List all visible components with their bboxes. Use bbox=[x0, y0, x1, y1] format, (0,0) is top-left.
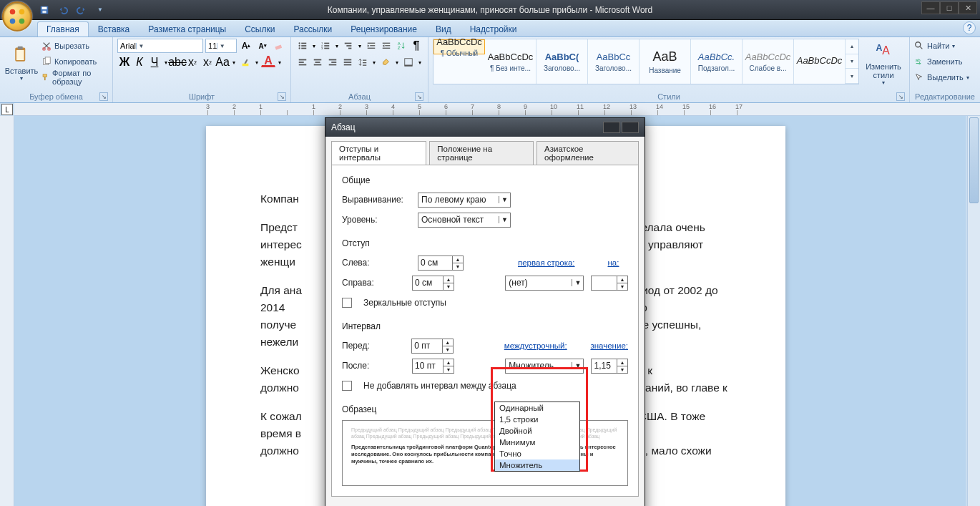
line-spacing-value-spin[interactable]: 1,15▲▼ bbox=[591, 359, 628, 374]
tab-selector-icon[interactable]: L bbox=[1, 104, 13, 115]
firstline-value-spin[interactable]: ▲▼ bbox=[591, 276, 628, 291]
numbering-drop-icon[interactable]: ▾ bbox=[333, 39, 340, 53]
paste-button[interactable]: Вставить ▾ bbox=[4, 39, 39, 87]
dialog-tab-position[interactable]: Положение на странице bbox=[429, 141, 534, 165]
font-launcher-icon[interactable]: ↘ bbox=[278, 92, 286, 101]
line-opt-onehalf[interactable]: 1,5 строки bbox=[495, 414, 579, 425]
tab-home[interactable]: Главная bbox=[37, 21, 89, 37]
scroll-thumb[interactable] bbox=[969, 117, 979, 203]
tab-review[interactable]: Рецензирование bbox=[341, 21, 426, 37]
alignment-select[interactable]: По левому краю▼ bbox=[418, 193, 511, 208]
style-title[interactable]: AaBНазвание bbox=[640, 39, 691, 84]
borders-drop-icon[interactable]: ▾ bbox=[416, 55, 423, 69]
sort-icon[interactable]: AZ bbox=[394, 39, 408, 53]
multilevel-drop-icon[interactable]: ▾ bbox=[356, 39, 363, 53]
replace-button[interactable]: abЗаменить bbox=[914, 54, 962, 69]
decrease-indent-icon[interactable] bbox=[364, 39, 378, 53]
italic-icon[interactable]: К bbox=[132, 55, 147, 69]
font-color-icon[interactable]: A bbox=[261, 55, 275, 67]
underline-icon[interactable]: Ч bbox=[147, 55, 162, 69]
styles-scroll[interactable]: ▴▾▾ bbox=[846, 39, 858, 84]
style-more[interactable]: AaBbCcDc bbox=[794, 39, 846, 84]
line-opt-single[interactable]: Одинарный bbox=[495, 402, 579, 414]
shading-drop-icon[interactable]: ▾ bbox=[393, 55, 401, 69]
highlight-icon[interactable] bbox=[238, 55, 253, 69]
show-marks-icon[interactable]: ¶ bbox=[409, 39, 423, 53]
line-spacing-icon[interactable] bbox=[356, 55, 370, 69]
dialog-tab-indents[interactable]: Отступы и интервалы bbox=[331, 141, 426, 165]
font-name-combo[interactable]: Arial▼ bbox=[117, 39, 203, 53]
dialog-help-button[interactable] bbox=[603, 122, 620, 133]
increase-indent-icon[interactable] bbox=[379, 39, 393, 53]
horizontal-ruler[interactable]: 3211234567891011121314151617 bbox=[14, 103, 980, 116]
copy-button[interactable]: Копировать bbox=[41, 54, 108, 69]
styles-gallery[interactable]: AaBbCcDc¶ Обычный AaBbCcDc¶ Без инте... … bbox=[433, 39, 859, 84]
numbering-icon[interactable]: 123 bbox=[318, 39, 333, 53]
level-select[interactable]: Основной текст▼ bbox=[418, 213, 511, 228]
tab-mailings[interactable]: Рассылки bbox=[284, 21, 341, 37]
style-subtitle[interactable]: AaBbCc.Подзагол... bbox=[691, 39, 743, 84]
line-opt-exact[interactable]: Точно bbox=[495, 448, 579, 459]
linespacing-drop-icon[interactable]: ▾ bbox=[371, 55, 378, 69]
strike-icon[interactable]: abc bbox=[170, 55, 185, 69]
format-painter-button[interactable]: Формат по образцу bbox=[41, 70, 108, 84]
bullets-drop-icon[interactable]: ▾ bbox=[310, 39, 318, 53]
vertical-scrollbar[interactable] bbox=[967, 116, 980, 506]
redo-icon[interactable] bbox=[74, 3, 89, 17]
style-heading2[interactable]: AaBbCcЗаголово... bbox=[588, 39, 640, 84]
change-styles-button[interactable]: AA Изменить стили▾ bbox=[862, 39, 905, 87]
clear-format-icon[interactable] bbox=[272, 39, 286, 53]
dialog-title-bar[interactable]: Абзац bbox=[325, 118, 645, 137]
style-heading1[interactable]: AaBbC(Заголово... bbox=[536, 39, 588, 84]
bullets-icon[interactable] bbox=[295, 39, 310, 53]
borders-icon[interactable] bbox=[401, 55, 416, 69]
undo-icon[interactable] bbox=[56, 3, 70, 17]
multilevel-icon[interactable] bbox=[341, 39, 356, 53]
bold-icon[interactable]: Ж bbox=[117, 55, 132, 69]
dialog-close-button[interactable] bbox=[622, 122, 639, 133]
align-left-icon[interactable] bbox=[295, 55, 310, 69]
line-spacing-dropdown[interactable]: Одинарный 1,5 строки Двойной Минимум Точ… bbox=[494, 402, 580, 472]
tab-view[interactable]: Вид bbox=[426, 21, 461, 37]
office-button[interactable] bbox=[2, 1, 32, 31]
grow-font-icon[interactable]: A▴ bbox=[239, 39, 253, 53]
select-button[interactable]: Выделить ▾ bbox=[914, 70, 969, 84]
help-icon[interactable]: ? bbox=[963, 21, 976, 34]
minimize-button[interactable]: — bbox=[921, 1, 940, 14]
after-spin[interactable]: 10 пт▲▼ bbox=[412, 359, 454, 374]
mirror-checkbox[interactable] bbox=[342, 298, 352, 308]
save-icon[interactable] bbox=[37, 3, 52, 17]
tab-pagelayout[interactable]: Разметка страницы bbox=[139, 21, 235, 37]
line-opt-multiple[interactable]: Множитель bbox=[495, 459, 579, 471]
firstline-select[interactable]: (нет)▼ bbox=[505, 276, 584, 291]
dialog-tab-asian[interactable]: Азиатское оформление bbox=[536, 141, 639, 165]
font-size-combo[interactable]: 11▼ bbox=[205, 39, 237, 53]
maximize-button[interactable]: □ bbox=[940, 1, 959, 14]
subscript-icon[interactable]: x2 bbox=[185, 55, 200, 69]
shrink-font-icon[interactable]: A▾ bbox=[255, 39, 270, 53]
align-center-icon[interactable] bbox=[310, 55, 325, 69]
justify-icon[interactable] bbox=[340, 55, 355, 69]
align-right-icon[interactable] bbox=[325, 55, 340, 69]
indent-right-spin[interactable]: 0 см▲▼ bbox=[412, 276, 454, 291]
case-drop-icon[interactable]: ▾ bbox=[230, 55, 237, 69]
change-case-icon[interactable]: Aa bbox=[215, 55, 230, 69]
clipboard-launcher-icon[interactable]: ↘ bbox=[99, 92, 108, 101]
qat-dropdown-icon[interactable]: ▼ bbox=[93, 3, 107, 17]
vertical-ruler[interactable] bbox=[0, 116, 14, 506]
nospace-checkbox[interactable] bbox=[342, 381, 352, 391]
tab-addins[interactable]: Надстройки bbox=[461, 21, 526, 37]
superscript-icon[interactable]: x2 bbox=[200, 55, 215, 69]
close-button[interactable]: ✕ bbox=[959, 1, 977, 14]
fontcolor-drop-icon[interactable]: ▾ bbox=[276, 55, 283, 69]
line-opt-min[interactable]: Минимум bbox=[495, 437, 579, 448]
before-spin[interactable]: 0 пт▲▼ bbox=[411, 339, 453, 354]
line-spacing-select[interactable]: Множитель▼ bbox=[505, 359, 584, 374]
indent-left-spin[interactable]: 0 см▲▼ bbox=[418, 256, 464, 271]
shading-icon[interactable] bbox=[378, 55, 393, 69]
style-subtle[interactable]: AaBbCcDcСлабое в... bbox=[743, 39, 794, 84]
styles-launcher-icon[interactable]: ↘ bbox=[896, 92, 905, 101]
tab-references[interactable]: Ссылки bbox=[235, 21, 284, 37]
style-nospacing[interactable]: AaBbCcDc¶ Без инте... bbox=[485, 39, 536, 84]
line-opt-double[interactable]: Двойной bbox=[495, 425, 579, 437]
